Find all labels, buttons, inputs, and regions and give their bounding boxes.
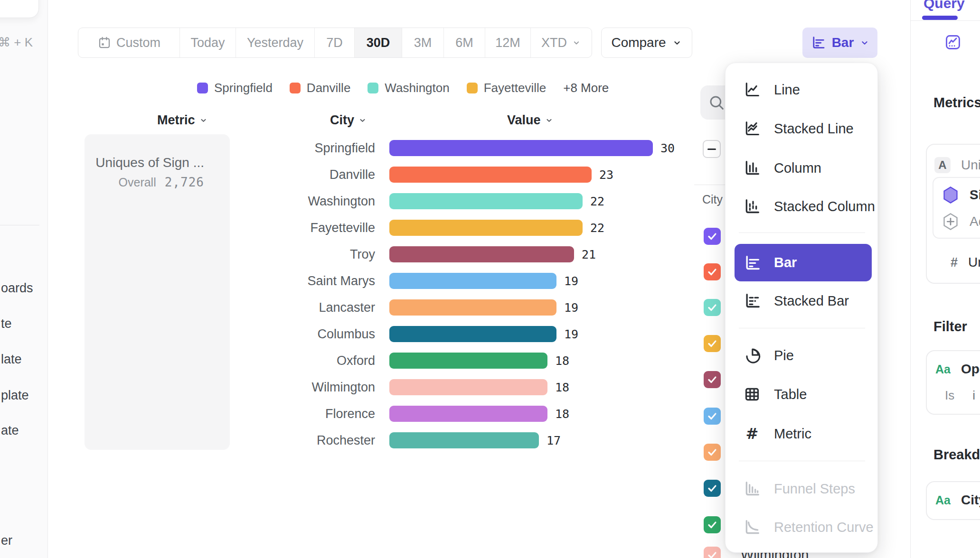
bar-category-label: Springfield: [223, 140, 375, 156]
filter-operator: Is: [945, 388, 954, 403]
rail-item-2[interactable]: late: [1, 352, 22, 367]
city-checkbox-checked[interactable]: [704, 516, 721, 533]
bar-category-label: Wilmington: [223, 379, 375, 395]
legend-more-link[interactable]: +8 More: [563, 81, 609, 95]
column-header-label: Metric: [157, 113, 195, 128]
bar-row: 19: [389, 273, 578, 289]
chart-type-button[interactable]: Bar: [802, 28, 877, 58]
bar-row: 19: [389, 299, 578, 316]
menu-item-table[interactable]: Table: [726, 375, 878, 413]
city-checkbox-checked[interactable]: [704, 444, 721, 461]
time-range-custom[interactable]: Custom: [78, 28, 179, 57]
metrics-heading: Metrics: [933, 95, 980, 111]
bar-wilmington[interactable]: [389, 379, 547, 395]
bar-florence[interactable]: [389, 406, 547, 422]
menu-item-label: Table: [774, 387, 807, 402]
bar-value-label: 22: [590, 221, 604, 235]
insights-chart-icon[interactable]: [944, 33, 962, 51]
city-checkbox-checked[interactable]: [704, 547, 721, 558]
chevron-down-icon: [859, 37, 870, 48]
check-icon: [706, 410, 718, 422]
line-chart-icon: [743, 80, 762, 99]
column-header-city[interactable]: City: [330, 113, 367, 128]
bar-lancaster[interactable]: [389, 299, 556, 316]
menu-item-column[interactable]: Column: [726, 149, 878, 187]
time-range-xtd[interactable]: XTD: [530, 28, 592, 57]
bar-rochester[interactable]: [389, 432, 539, 448]
city-checkbox-checked[interactable]: [704, 228, 721, 245]
bar-springfield[interactable]: [389, 140, 653, 156]
metric-name-row[interactable]: A Uniqu: [934, 157, 980, 173]
rail-item-3[interactable]: plate: [1, 388, 29, 403]
menu-item-line[interactable]: Line: [726, 71, 878, 109]
count-type-row[interactable]: # Uniqu: [951, 255, 980, 270]
city-checkbox-checked[interactable]: [704, 371, 721, 388]
select-all-checkbox-indeterminate[interactable]: [703, 140, 721, 158]
menu-item-stacked-line[interactable]: Stacked Line: [726, 110, 878, 148]
time-range-label: Today: [190, 36, 225, 50]
bar-row: 21: [389, 246, 596, 262]
legend-item-danville[interactable]: Danville: [290, 81, 351, 95]
time-range-12m[interactable]: 12M: [485, 28, 530, 57]
breakdown-property-row[interactable]: Aa City: [935, 493, 980, 508]
menu-item-label: Column: [774, 160, 821, 176]
overall-label: Overall: [119, 176, 156, 189]
legend-swatch: [368, 83, 378, 93]
filter-property-row[interactable]: Aa Ope: [935, 362, 980, 377]
rail-item-4[interactable]: ate: [1, 423, 19, 438]
bar-saint-marys[interactable]: [389, 273, 556, 289]
tab-query[interactable]: Query: [923, 0, 965, 11]
add-event-row[interactable]: Add: [942, 212, 980, 231]
bar-troy[interactable]: [389, 246, 574, 262]
calendar-icon: [97, 36, 112, 50]
bar-oxford[interactable]: [389, 353, 547, 369]
filter-condition-row[interactable]: Is i: [945, 388, 975, 403]
city-checkbox-checked[interactable]: [704, 263, 721, 280]
menu-item-label: Pie: [774, 348, 794, 363]
city-checkbox-checked[interactable]: [704, 335, 721, 352]
bar-value-label: 19: [564, 274, 578, 288]
legend-item-washington[interactable]: Washington: [368, 81, 449, 95]
rail-item-5[interactable]: er: [1, 533, 12, 548]
legend-swatch: [290, 83, 301, 93]
city-checkbox-checked[interactable]: [704, 299, 721, 316]
check-icon: [706, 519, 718, 530]
city-checkbox-checked[interactable]: [704, 480, 721, 497]
time-range-7d[interactable]: 7D: [314, 28, 354, 57]
check-icon: [706, 374, 718, 385]
time-range-3m[interactable]: 3M: [402, 28, 443, 57]
menu-item-stacked-bar[interactable]: Stacked Bar: [726, 282, 878, 320]
bar-columbus[interactable]: [389, 326, 556, 342]
bar-washington[interactable]: [389, 193, 583, 209]
menu-item-label: Bar: [774, 255, 797, 270]
breakdown-property-text: City: [961, 493, 980, 508]
column-header-value[interactable]: Value: [507, 113, 554, 128]
menu-item-stacked-column[interactable]: Stacked Column: [726, 187, 878, 225]
time-range-6m[interactable]: 6M: [443, 28, 485, 57]
time-range-30d-selected[interactable]: 30D: [354, 28, 402, 57]
metric-summary-card[interactable]: Uniques of Sign ... Overall 2,726: [85, 134, 230, 450]
bar-fayetteville[interactable]: [389, 220, 583, 236]
rail-item-boards[interactable]: oards: [1, 281, 33, 296]
menu-item-retention-curve-disabled: Retention Curve: [726, 508, 878, 546]
event-row[interactable]: Sig: [942, 186, 980, 205]
menu-item-metric[interactable]: # Metric: [726, 415, 878, 453]
time-range-label: 7D: [326, 36, 343, 50]
menu-item-bar-selected[interactable]: Bar: [735, 244, 872, 281]
legend-item-fayetteville[interactable]: Fayetteville: [467, 81, 547, 95]
menu-item-pie[interactable]: Pie: [726, 336, 878, 374]
city-checkbox-checked[interactable]: [704, 408, 721, 425]
compare-button[interactable]: Compare: [601, 28, 692, 58]
bar-danville[interactable]: [389, 167, 592, 183]
time-range-yesterday[interactable]: Yesterday: [236, 28, 314, 57]
legend-item-springfield[interactable]: Springfield: [197, 81, 273, 95]
rail-item-1[interactable]: te: [1, 316, 12, 331]
count-type-text: Uniqu: [968, 255, 980, 270]
string-type-icon: Aa: [935, 363, 951, 376]
time-range-today[interactable]: Today: [179, 28, 236, 57]
chart-type-label: Bar: [832, 35, 854, 50]
bar-value-label: 21: [582, 248, 596, 261]
metric-name-text: Uniqu: [961, 158, 980, 173]
rail-search-card[interactable]: [0, 0, 39, 18]
column-header-metric[interactable]: Metric: [157, 113, 208, 128]
